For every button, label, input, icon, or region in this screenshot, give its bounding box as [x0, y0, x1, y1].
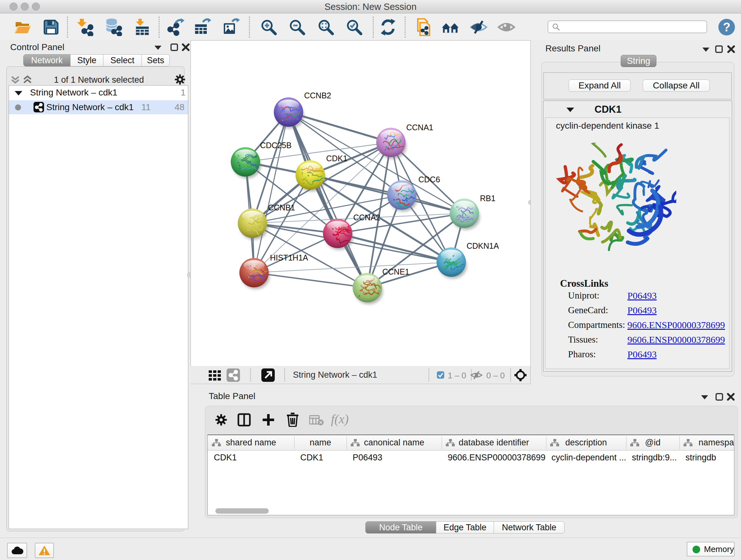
svg-text:RB1: RB1	[480, 194, 495, 203]
svg-text:HIST1H1A: HIST1H1A	[270, 253, 308, 262]
svg-text:CCNA1: CCNA1	[406, 123, 433, 132]
svg-text:CDK1: CDK1	[326, 154, 347, 163]
svg-text:CDC25B: CDC25B	[260, 141, 292, 150]
svg-text:CDC6: CDC6	[418, 175, 440, 184]
svg-text:CDKN1A: CDKN1A	[467, 241, 499, 250]
svg-text:CCNB2: CCNB2	[304, 91, 331, 100]
svg-text:CCNA2: CCNA2	[353, 213, 381, 222]
svg-text:?: ?	[723, 20, 730, 34]
svg-text:CCNE1: CCNE1	[382, 267, 409, 276]
svg-text:CCNB1: CCNB1	[268, 203, 295, 212]
